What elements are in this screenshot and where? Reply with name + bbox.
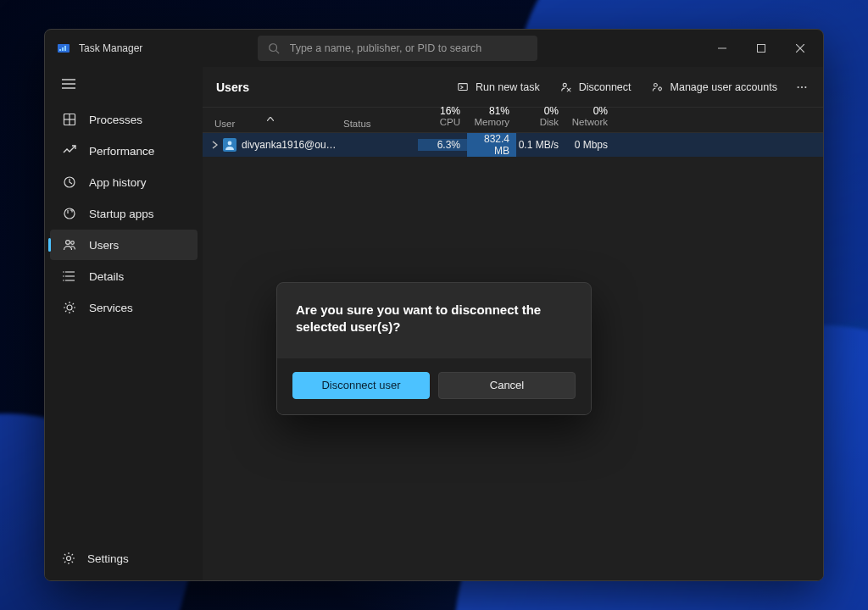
- startup-icon: [62, 206, 77, 221]
- sidebar-item-users[interactable]: Users: [50, 230, 198, 260]
- titlebar: Task Manager Type a name, publisher, or …: [45, 30, 823, 67]
- confirm-dialog: Are you sure you want to disconnect the …: [276, 282, 592, 415]
- hamburger-icon: [62, 79, 75, 89]
- column-header-cpu[interactable]: 16% CPU: [418, 105, 467, 129]
- hamburger-button[interactable]: [52, 69, 86, 99]
- column-label: Memory: [467, 117, 509, 129]
- search-placeholder: Type a name, publisher, or PID to search: [290, 42, 482, 54]
- maximize-icon: [757, 44, 765, 53]
- sidebar-item-label: Details: [89, 270, 124, 283]
- column-percent: 16%: [418, 105, 460, 117]
- column-label: CPU: [418, 117, 460, 129]
- svg-point-34: [798, 86, 799, 87]
- svg-point-18: [66, 241, 70, 245]
- button-label: Run new task: [476, 81, 540, 93]
- gear-icon: [62, 552, 75, 565]
- svg-point-25: [63, 280, 64, 281]
- column-label: Status: [343, 119, 371, 129]
- run-new-task-button[interactable]: Run new task: [448, 74, 548, 101]
- column-header-memory[interactable]: 81% Memory: [467, 105, 516, 129]
- column-percent: 0%: [516, 105, 559, 117]
- svg-line-5: [275, 51, 279, 54]
- sidebar-item-performance[interactable]: Performance: [50, 136, 198, 166]
- sidebar-item-app-history[interactable]: App history: [50, 167, 198, 197]
- run-task-icon: [457, 81, 469, 93]
- sidebar-item-label: Processes: [89, 114, 142, 126]
- close-icon: [796, 44, 804, 53]
- user-name: divyanka1916@outlook.co…: [242, 139, 338, 151]
- toolbar: Users Run new task Disconnect Manage use…: [203, 67, 823, 108]
- sidebar-item-label: Services: [89, 302, 133, 314]
- task-manager-window: Task Manager Type a name, publisher, or …: [44, 29, 824, 581]
- disconnect-button[interactable]: Disconnect: [552, 74, 640, 101]
- dialog-message: Are you sure you want to disconnect the …: [277, 283, 591, 358]
- svg-point-23: [63, 271, 64, 273]
- sidebar-item-settings[interactable]: Settings: [50, 541, 198, 575]
- svg-rect-1: [59, 49, 61, 51]
- details-icon: [62, 269, 77, 284]
- cancel-button[interactable]: Cancel: [438, 372, 576, 399]
- column-header-name[interactable]: User: [203, 119, 338, 129]
- app-title: Task Manager: [79, 42, 142, 54]
- sidebar-item-processes[interactable]: Processes: [50, 104, 198, 135]
- column-header-disk[interactable]: 0% Disk: [516, 105, 565, 129]
- svg-rect-7: [758, 45, 765, 53]
- column-header-status[interactable]: Status: [338, 119, 418, 129]
- services-icon: [62, 300, 77, 315]
- sidebar-item-startup-apps[interactable]: Startup apps: [50, 198, 198, 229]
- svg-point-36: [804, 86, 806, 87]
- cell-memory: 832.4 MB: [467, 133, 516, 157]
- maximize-button[interactable]: [742, 30, 781, 67]
- svg-point-24: [63, 275, 64, 277]
- search-icon: [268, 42, 280, 54]
- sidebar-item-label: Users: [89, 239, 119, 252]
- svg-point-38: [228, 141, 232, 146]
- column-percent: 81%: [467, 105, 509, 117]
- svg-point-4: [269, 44, 276, 52]
- minimize-button[interactable]: [703, 30, 742, 67]
- svg-point-27: [67, 557, 71, 561]
- minimize-icon: [718, 44, 726, 53]
- column-label: Network: [565, 117, 608, 129]
- svg-rect-2: [62, 47, 64, 51]
- cell-cpu: 6.3%: [418, 139, 467, 151]
- close-button[interactable]: [781, 30, 820, 67]
- page-title: Users: [216, 80, 249, 94]
- cell-disk: 0.1 MB/s: [516, 139, 565, 151]
- sidebar: Processes Performance App history Startu…: [45, 67, 203, 580]
- sidebar-item-label: Settings: [87, 552, 129, 565]
- manage-user-accounts-button[interactable]: Manage user accounts: [643, 74, 786, 101]
- svg-point-19: [71, 241, 75, 245]
- column-header-network[interactable]: 0% Network: [565, 105, 615, 129]
- svg-point-35: [801, 86, 803, 87]
- sort-indicator-icon: [267, 117, 274, 121]
- sidebar-item-services[interactable]: Services: [50, 292, 198, 323]
- expand-chevron-icon[interactable]: [208, 141, 221, 149]
- search-input[interactable]: Type a name, publisher, or PID to search: [258, 36, 537, 61]
- sidebar-item-details[interactable]: Details: [50, 261, 198, 291]
- column-label: User: [214, 119, 235, 129]
- history-icon: [62, 175, 77, 190]
- svg-point-29: [563, 83, 566, 86]
- disconnect-user-button[interactable]: Disconnect user: [292, 372, 430, 399]
- button-label: Disconnect: [579, 81, 632, 93]
- sidebar-item-label: Startup apps: [89, 208, 154, 220]
- users-icon: [62, 237, 77, 252]
- svg-rect-3: [64, 46, 66, 51]
- button-label: Manage user accounts: [670, 81, 777, 93]
- svg-point-17: [64, 208, 75, 219]
- processes-icon: [62, 112, 77, 127]
- table-row[interactable]: divyanka1916@outlook.co… 6.3% 832.4 MB 0…: [203, 133, 823, 157]
- more-icon: [796, 81, 808, 93]
- more-options-button[interactable]: [789, 74, 815, 101]
- manage-accounts-icon: [652, 81, 664, 93]
- column-percent: 0%: [565, 105, 608, 117]
- svg-point-33: [658, 87, 661, 91]
- disconnect-icon: [560, 81, 572, 93]
- table-header: User Status 16% CPU 81% Memory 0% Disk: [203, 108, 823, 133]
- performance-icon: [62, 143, 77, 158]
- column-label: Disk: [516, 117, 559, 129]
- app-icon: [57, 42, 70, 55]
- user-avatar-icon: [223, 138, 236, 152]
- svg-point-32: [654, 83, 657, 86]
